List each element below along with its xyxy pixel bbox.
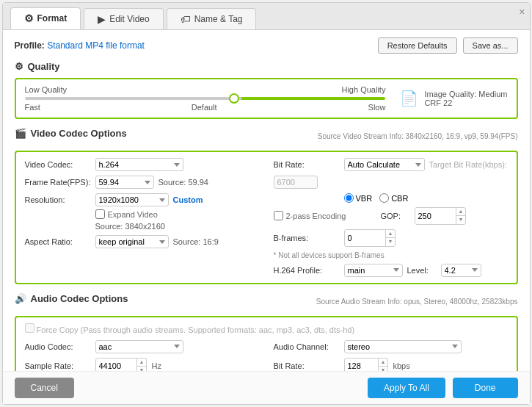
audio-channel-select[interactable]: stereo (344, 340, 462, 353)
gop-label: GOP: (381, 212, 410, 220)
gop-input[interactable] (415, 210, 456, 222)
vbr-radio-item: VBR (344, 193, 373, 203)
resolution-source-text: Source: 3840x2160 (95, 222, 165, 231)
expand-video-checkbox-row: Expand Video (95, 209, 158, 219)
apply-to-all-button[interactable]: Apply To All (368, 378, 445, 398)
sample-up[interactable]: ▲ (137, 359, 147, 367)
image-quality-icon: 📄 (400, 90, 418, 107)
twopass-row: 2-pass Encoding (274, 211, 376, 220)
cbr-radio[interactable] (379, 193, 389, 203)
bframes-note: * Not all devices support B-frames (274, 251, 385, 259)
audio-bitrate-input[interactable] (345, 360, 378, 371)
video-codec-grid: Video Codec: h.264 Frame Rate(FPS): 59.9… (25, 158, 508, 277)
h264-profile-row: H.264 Profile: main Level: 4.2 (274, 264, 508, 277)
bframes-label: B-frames: (274, 234, 340, 242)
edit-video-icon: ▶ (98, 13, 106, 25)
audio-right-col: Audio Channel: stereo Bit Rate: ▲ ▼ (274, 340, 508, 371)
sample-rate-row: Sample Rate: ▲ ▼ Hz (25, 358, 259, 371)
content-area: Profile: Standard MP4 file format Restor… (3, 30, 530, 371)
target-bitrate-label: Target Bit Rate(kbps): (429, 160, 507, 169)
vbr-label: VBR (356, 194, 373, 203)
image-quality-text: Image Quality: Medium (424, 90, 507, 98)
aspect-ratio-select[interactable]: keep original (95, 235, 169, 248)
tab-format[interactable]: ⚙ Format (10, 7, 81, 29)
twopass-label: 2-pass Encoding (286, 212, 346, 220)
cancel-button[interactable]: Cancel (15, 378, 74, 398)
quality-slider-area: Low Quality High Quality Fast Default Sl… (25, 85, 386, 112)
audio-codec-header: 🔊 Audio Codec Options Source Audio Strea… (15, 293, 518, 310)
video-codec-title: 🎬 Video Codec Options (15, 128, 127, 139)
audio-codec-select[interactable]: aac (95, 340, 183, 353)
gop-up[interactable]: ▲ (456, 208, 466, 216)
audio-bitrate-up[interactable]: ▲ (379, 359, 388, 367)
h264-profile-label: H.264 Profile: (274, 266, 340, 275)
slider-thumb[interactable] (229, 93, 239, 104)
high-quality-label: High Quality (341, 85, 385, 94)
bitrate-row: Bit Rate: Auto Calculate Target Bit Rate… (274, 158, 508, 189)
gop-down[interactable]: ▼ (456, 216, 466, 223)
tab-edit-video[interactable]: ▶ Edit Video (84, 8, 164, 29)
level-label: Level: (407, 266, 437, 275)
video-right-col: Bit Rate: Auto Calculate Target Bit Rate… (274, 158, 508, 277)
slow-label: Slow (368, 103, 386, 112)
video-source-info: Source Video Stream Info: 3840x2160, 16:… (318, 132, 518, 140)
video-codec-select[interactable]: h.264 (95, 158, 183, 171)
frame-rate-row: Frame Rate(FPS): 59.94 Source: 59.94 (25, 176, 259, 189)
aspect-ratio-row: Aspect Ratio: keep original Source: 16:9 (25, 235, 259, 248)
audio-bitrate-label: Bit Rate: (274, 361, 340, 370)
frame-rate-select[interactable]: 59.94 (95, 176, 154, 189)
quality-slider[interactable] (25, 97, 386, 100)
force-copy-checkbox[interactable] (25, 323, 34, 333)
footer: Cancel Apply To All Done (3, 371, 530, 404)
cbr-label: CBR (391, 194, 408, 203)
audio-codec-title: 🔊 Audio Codec Options (15, 293, 128, 304)
tab-name-tag[interactable]: 🏷 Name & Tag (167, 8, 257, 29)
twopass-gop-row: 2-pass Encoding GOP: ▲ ▼ (274, 207, 508, 225)
video-codec-section: Video Codec: h.264 Frame Rate(FPS): 59.9… (15, 151, 518, 284)
tab-format-label: Format (37, 13, 68, 24)
twopass-checkbox[interactable] (274, 211, 283, 220)
res-source-row: Source: 3840x2160 (25, 222, 259, 231)
bframes-down[interactable]: ▼ (386, 238, 396, 245)
close-button[interactable]: × (519, 6, 525, 18)
vbr-cbr-group: VBR CBR (344, 193, 409, 203)
sample-rate-label: Sample Rate: (25, 361, 91, 370)
custom-button[interactable]: Custom (173, 195, 203, 204)
quality-section-title: ⚙ Quality (15, 61, 518, 72)
bitrate-label: Bit Rate: (274, 160, 340, 169)
quality-icon: ⚙ (15, 61, 23, 72)
fps-source-text: Source: 59.94 (158, 178, 209, 187)
bitrate-select[interactable]: Auto Calculate (344, 158, 425, 171)
vbr-radio[interactable] (344, 193, 354, 203)
sample-rate-spinner: ▲ ▼ (95, 358, 147, 371)
bframes-up[interactable]: ▲ (386, 230, 396, 238)
audio-codec-grid: Audio Codec: aac Sample Rate: ▲ ▼ (25, 340, 508, 371)
tab-name-tag-label: Name & Tag (194, 14, 243, 24)
crf-text: CRF 22 (424, 98, 507, 107)
audio-codec-icon: 🔊 (15, 293, 26, 304)
main-window: × ⚙ Format ▶ Edit Video 🏷 Name & Tag Pro… (2, 2, 531, 405)
aspect-source-text: Source: 16:9 (173, 237, 219, 246)
expand-video-checkbox[interactable] (95, 209, 105, 219)
target-bitrate-input[interactable] (274, 176, 318, 189)
bframes-input[interactable] (345, 232, 385, 244)
sample-rate-input[interactable] (96, 360, 136, 371)
audio-bitrate-unit: kbps (393, 361, 409, 370)
resolution-select[interactable]: 1920x1080 (95, 193, 169, 206)
profile-info: Profile: Standard MP4 file format (15, 40, 145, 51)
done-button[interactable]: Done (453, 378, 518, 398)
bframes-row: B-frames: ▲ ▼ * Not all devices support … (274, 229, 508, 259)
level-select[interactable]: 4.2 (441, 264, 481, 277)
cbr-radio-item: CBR (379, 193, 408, 203)
video-codec-icon: 🎬 (15, 128, 26, 139)
profile-label: Profile: Standard MP4 file format (15, 40, 145, 51)
frame-rate-label: Frame Rate(FPS): (25, 178, 91, 187)
restore-defaults-button[interactable]: Restore Defaults (378, 37, 457, 54)
audio-codec-section: Force Copy (Pass through audio streams. … (15, 316, 518, 371)
h264-profile-select[interactable]: main (344, 264, 403, 277)
expand-video-label: Expand Video (108, 210, 158, 219)
save-as-button[interactable]: Save as... (463, 37, 518, 54)
resolution-label: Resolution: (25, 195, 91, 204)
quality-section: Low Quality High Quality Fast Default Sl… (15, 78, 518, 119)
profile-row: Profile: Standard MP4 file format Restor… (15, 37, 518, 54)
